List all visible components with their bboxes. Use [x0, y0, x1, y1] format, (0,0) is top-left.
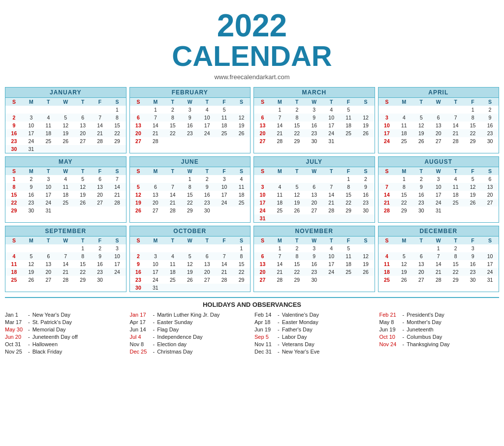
calendar-day: 28: [447, 137, 464, 145]
holiday-name: New Year's Day: [32, 312, 70, 318]
calendar-day: 28: [430, 276, 447, 284]
calendar-day: 3: [306, 106, 323, 114]
holiday-name: Black Friday: [32, 349, 63, 355]
calendar-day: 25: [340, 268, 357, 276]
calendar-day: 13: [147, 191, 164, 199]
calendar-day: 12: [233, 114, 250, 121]
calendar-day: 10: [430, 183, 447, 191]
calendar-day: [233, 207, 250, 214]
calendar-day: 19: [395, 268, 412, 276]
calendar-day: 23: [181, 129, 198, 137]
month-block-march: MARCHSMTWTFS1234567891011121314151617181…: [253, 87, 375, 153]
holiday-dash: -: [28, 341, 30, 347]
calendar-day: 25: [40, 137, 57, 145]
calendar-day: 23: [306, 129, 323, 137]
calendar-day: 29: [340, 207, 357, 214]
calendar-day: 18: [216, 121, 233, 129]
calendar-day: [164, 244, 181, 252]
calendar-day: 8: [464, 114, 481, 121]
calendar-day: 7: [323, 183, 340, 191]
calendar-day: 13: [130, 121, 147, 129]
calendar-day: [198, 284, 216, 292]
calendar-header: 2022 CALENDAR www.freecalendarkart.com: [5, 5, 499, 83]
calendar-day: 11: [57, 183, 74, 191]
calendar-day: 13: [481, 183, 499, 191]
holiday-name: Valentine's Day: [282, 312, 319, 318]
calendar-day: 27: [481, 199, 499, 207]
holiday-date: Jun 19: [379, 327, 400, 332]
calendar-day: 27: [254, 137, 271, 145]
holiday-item: Jun 19-Juneteenth: [379, 326, 500, 333]
calendar-day: 21: [430, 268, 447, 276]
calendar-day: [430, 106, 447, 114]
calendar-day: 28: [216, 276, 233, 284]
calendar-day: 31: [254, 214, 271, 222]
calendar-day: 5: [464, 175, 481, 183]
calendar-day: 22: [74, 268, 92, 276]
calendar-day: 5: [288, 183, 306, 191]
calendar-day: 20: [40, 268, 57, 276]
calendar-day: 9: [464, 252, 481, 260]
calendar-day: 26: [464, 199, 481, 207]
calendar-day: 6: [92, 175, 109, 183]
calendar-day: [447, 106, 464, 114]
calendar-day: [378, 175, 396, 183]
calendar-day: 12: [288, 191, 306, 199]
calendar-day: 27: [147, 207, 164, 214]
calendar-day: 22: [109, 129, 126, 137]
calendar-day: 24: [147, 276, 164, 284]
calendar-day: [181, 284, 198, 292]
month-block-june: JUNESMTWTFS12345678910111213141516171819…: [129, 156, 251, 223]
holiday-date: Feb 14: [254, 312, 275, 318]
calendar-day: 1: [74, 244, 92, 252]
calendar-day: 12: [181, 260, 198, 268]
calendar-day: 10: [378, 121, 396, 129]
holidays-grid: Jan 1-New Year's DayMar 17-St. Patrick's…: [5, 311, 499, 356]
calendar-day: 10: [481, 252, 499, 260]
calendar-day: 11: [40, 121, 57, 129]
calendar-day: 6: [412, 252, 430, 260]
calendar-day: [288, 175, 306, 183]
calendar-day: 29: [395, 207, 412, 214]
calendar-day: [340, 137, 357, 145]
calendar-day: 25: [5, 276, 23, 284]
calendar-day: 1: [271, 244, 288, 252]
calendar-day: 13: [198, 260, 216, 268]
calendar-day: 21: [57, 268, 74, 276]
calendar-day: 26: [412, 137, 430, 145]
calendar-day: 20: [412, 268, 430, 276]
holiday-item: Jan 17-Martin Luther King Jr. Day: [130, 311, 250, 319]
holiday-name: Easter Monday: [282, 319, 318, 325]
holiday-date: Nov 8: [130, 341, 151, 347]
holiday-date: Jun 20: [5, 334, 26, 340]
holiday-dash: -: [278, 334, 280, 340]
holiday-item: Nov 11-Veterans Day: [254, 341, 375, 348]
calendar-day: 18: [340, 121, 357, 129]
calendar-day: 8: [340, 183, 357, 191]
calendar-day: 10: [254, 191, 271, 199]
calendar-day: 7: [164, 183, 181, 191]
calendar-day: 22: [340, 199, 357, 207]
holiday-dash: -: [28, 349, 30, 355]
calendar-day: [57, 145, 74, 153]
holiday-item: Dec 31-New Year's Eve: [254, 348, 375, 356]
calendar-day: [395, 244, 412, 252]
calendar-day: [306, 175, 323, 183]
calendar-day: [57, 207, 74, 214]
calendar-day: 8: [109, 114, 126, 121]
calendar-day: 18: [57, 191, 74, 199]
calendar-day: 24: [481, 268, 499, 276]
calendar-day: 1: [340, 175, 357, 183]
calendar-day: 8: [74, 252, 92, 260]
holiday-date: Jun 14: [130, 327, 151, 332]
calendar-day: [412, 244, 430, 252]
holiday-date: Dec 25: [130, 349, 151, 355]
holiday-dash: -: [153, 349, 155, 355]
calendar-day: [357, 214, 375, 222]
calendar-day: 9: [357, 183, 375, 191]
calendar-day: 24: [40, 199, 57, 207]
holiday-dash: -: [28, 327, 30, 332]
calendar-day: 17: [216, 191, 233, 199]
calendar-day: 2: [447, 244, 464, 252]
calendar-day: 7: [447, 114, 464, 121]
